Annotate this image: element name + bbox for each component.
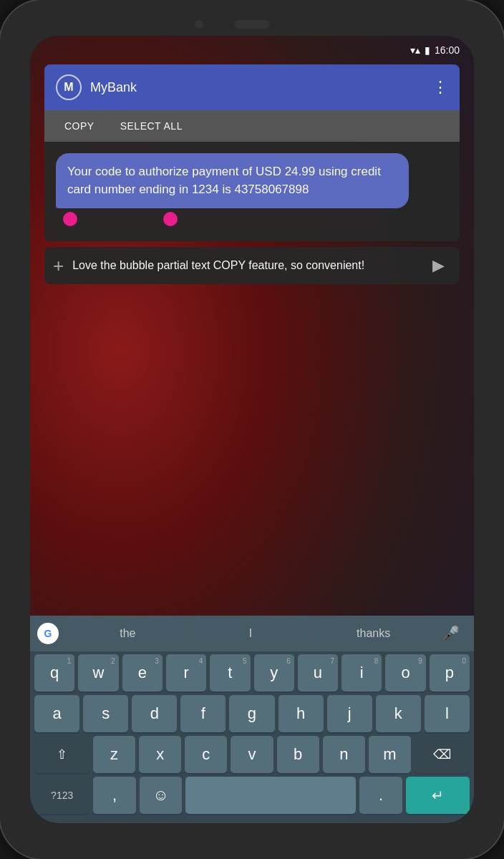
key-row-4: ?123 , ☺ . ↵ [34, 777, 470, 814]
selection-handles [56, 208, 448, 230]
key-o[interactable]: 9o [385, 654, 425, 691]
copy-button[interactable]: COPY [52, 110, 107, 142]
suggestion-i[interactable]: I [189, 621, 312, 646]
key-g[interactable]: g [229, 695, 274, 732]
key-row-1: 1q 2w 3e 4r 5t 6y 7u 8i 9o 0p [34, 654, 470, 691]
status-bar: ▾▴ ▮ 16:00 [30, 36, 474, 64]
message-area: Your code to authorize payment of USD 24… [44, 142, 460, 241]
battery-icon: ▮ [425, 44, 430, 56]
key-v[interactable]: v [231, 736, 273, 773]
google-logo: G [37, 623, 59, 644]
key-s[interactable]: s [83, 695, 128, 732]
backspace-key[interactable]: ⌫ [415, 736, 470, 773]
notification-card: M MyBank ⋮ [44, 64, 460, 110]
send-button[interactable]: ▶ [425, 253, 451, 278]
phone-screen: ▾▴ ▮ 16:00 M MyBank ⋮ COPY SELECT ALL [30, 36, 474, 823]
key-row-3: ⇧ z x c v b n m ⌫ [34, 736, 470, 773]
keyboard-suggestions-row: G the I thanks 🎤 [30, 616, 474, 651]
more-options-icon[interactable]: ⋮ [432, 78, 448, 97]
key-z[interactable]: z [93, 736, 135, 773]
comma-key[interactable]: , [93, 777, 135, 814]
input-row: + Love the bubble partial text COPY feat… [44, 247, 460, 284]
screen: ▾▴ ▮ 16:00 M MyBank ⋮ COPY SELECT ALL [30, 36, 474, 823]
key-j[interactable]: j [327, 695, 372, 732]
message-input[interactable]: Love the bubble partial text COPY featur… [72, 257, 417, 274]
key-c[interactable]: c [185, 736, 227, 773]
clock: 16:00 [435, 44, 460, 56]
period-key[interactable]: . [359, 777, 402, 814]
keyboard-rows: 1q 2w 3e 4r 5t 6y 7u 8i 9o 0p a s [30, 651, 474, 814]
key-m[interactable]: m [369, 736, 411, 773]
mic-button[interactable]: 🎤 [435, 625, 467, 642]
key-a[interactable]: a [34, 695, 79, 732]
key-row-2: a s d f g h j k l [34, 695, 470, 732]
notification-left: M MyBank [56, 74, 137, 100]
phone-frame: ▾▴ ▮ 16:00 M MyBank ⋮ COPY SELECT ALL [0, 0, 504, 859]
symbols-key[interactable]: ?123 [34, 777, 89, 814]
keyboard: G the I thanks 🎤 1q 2w 3e 4r 5t [30, 616, 474, 823]
space-key[interactable] [185, 777, 356, 814]
key-i[interactable]: 8i [341, 654, 382, 691]
key-f[interactable]: f [180, 695, 226, 732]
key-n[interactable]: n [323, 736, 365, 773]
key-y[interactable]: 6y [254, 654, 294, 691]
key-u[interactable]: 7u [298, 654, 338, 691]
selection-handle-left[interactable] [63, 212, 77, 226]
app-icon: M [56, 74, 82, 100]
attachment-button[interactable]: + [53, 255, 64, 277]
key-h[interactable]: h [278, 695, 324, 732]
selected-message-bubble: Your code to authorize payment of USD 24… [56, 153, 448, 230]
shift-key[interactable]: ⇧ [34, 736, 89, 773]
key-x[interactable]: x [139, 736, 181, 773]
selected-message-text: Your code to authorize payment of USD 24… [56, 153, 409, 208]
key-k[interactable]: k [376, 695, 421, 732]
key-r[interactable]: 4r [166, 654, 206, 691]
emoji-key[interactable]: ☺ [140, 777, 182, 814]
key-e[interactable]: 3e [122, 654, 163, 691]
select-all-button[interactable]: SELECT ALL [107, 110, 195, 142]
key-d[interactable]: d [132, 695, 177, 732]
key-b[interactable]: b [277, 736, 319, 773]
enter-key[interactable]: ↵ [406, 777, 470, 814]
text-selection-toolbar: COPY SELECT ALL [44, 110, 460, 142]
key-q[interactable]: 1q [34, 654, 74, 691]
key-t[interactable]: 5t [210, 654, 250, 691]
key-w[interactable]: 2w [78, 654, 118, 691]
suggestion-thanks[interactable]: thanks [311, 621, 435, 646]
suggestion-the[interactable]: the [66, 621, 189, 646]
send-icon: ▶ [432, 256, 445, 275]
selection-handle-right[interactable] [163, 212, 178, 226]
app-name: MyBank [90, 80, 137, 95]
key-l[interactable]: l [425, 695, 470, 732]
wifi-icon: ▾▴ [410, 44, 420, 56]
key-p[interactable]: 0p [430, 654, 470, 691]
